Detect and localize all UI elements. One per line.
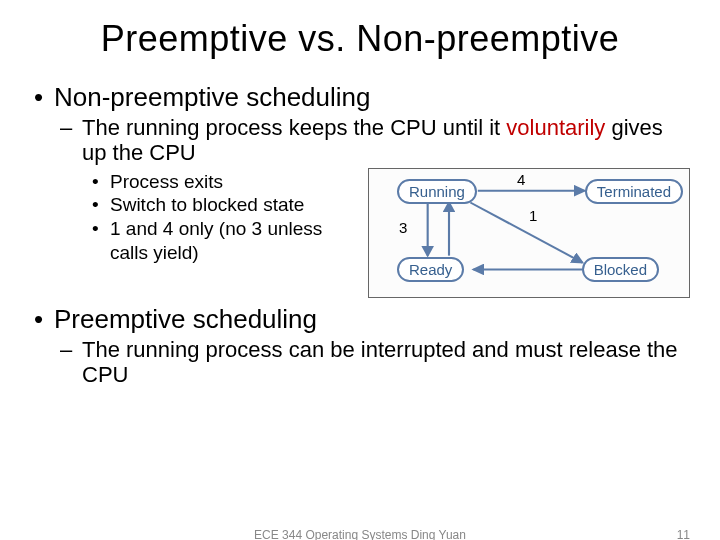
- bullet-heading-2: Preemptive scheduling: [54, 304, 317, 334]
- subsub-exit: Process exits: [82, 170, 362, 194]
- subsub-blocked: Switch to blocked state: [82, 193, 362, 217]
- svg-line-1: [470, 202, 582, 262]
- bullet-list: Non-preemptive scheduling The running pr…: [30, 82, 690, 387]
- bullet-heading: Non-preemptive scheduling: [54, 82, 371, 112]
- node-running: Running: [397, 179, 477, 204]
- edge-3: 3: [399, 219, 407, 236]
- footer-text: ECE 344 Operating Systems Ding Yuan: [254, 528, 466, 540]
- sub-bullet-voluntary: The running process keeps the CPU until …: [54, 115, 690, 298]
- sub-bullet-interrupt: The running process can be interrupted a…: [54, 337, 690, 388]
- bullet-nonpreemptive: Non-preemptive scheduling The running pr…: [30, 82, 690, 298]
- state-diagram: Running Terminated Ready Blocked 4 1 3: [368, 168, 690, 298]
- slide-title: Preemptive vs. Non-preemptive: [30, 18, 690, 60]
- slide: Preemptive vs. Non-preemptive Non-preemp…: [0, 0, 720, 540]
- node-blocked: Blocked: [582, 257, 659, 282]
- edge-4: 4: [517, 171, 525, 188]
- page-number: 11: [677, 528, 690, 540]
- bullet-preemptive: Preemptive scheduling The running proces…: [30, 304, 690, 388]
- node-terminated: Terminated: [585, 179, 683, 204]
- edge-1: 1: [529, 207, 537, 224]
- highlight-voluntarily: voluntarily: [506, 115, 605, 140]
- sub-row: Process exits Switch to blocked state 1 …: [82, 166, 690, 298]
- subsub-yield: 1 and 4 only (no 3 unless calls yield): [82, 217, 362, 265]
- node-ready: Ready: [397, 257, 464, 282]
